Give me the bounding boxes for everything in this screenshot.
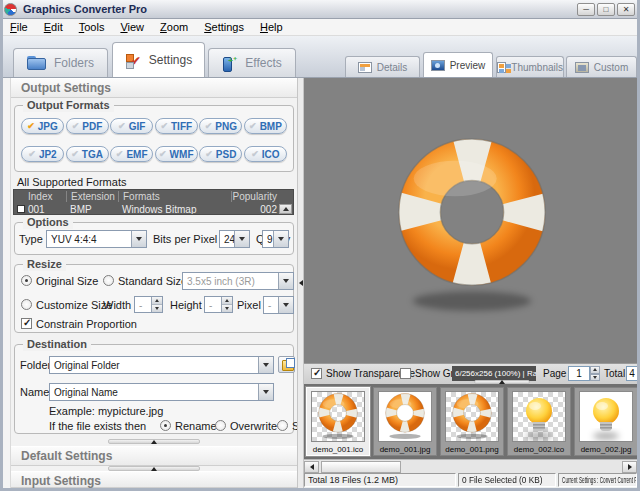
customize-size-radio[interactable] bbox=[21, 299, 32, 310]
scroll-right-button[interactable] bbox=[622, 461, 637, 473]
tab-preview[interactable]: Preview bbox=[423, 52, 493, 77]
tab-folders[interactable]: Folders bbox=[13, 48, 108, 77]
format-button-ico[interactable]: ✔ICO bbox=[244, 146, 287, 162]
rename-radio[interactable] bbox=[160, 420, 171, 431]
format-button-jpg[interactable]: ✔JPG bbox=[21, 118, 64, 134]
menu-file[interactable]: File bbox=[2, 19, 36, 35]
show-transparence-checkbox[interactable] bbox=[311, 368, 322, 379]
dropdown-arrow-icon[interactable] bbox=[258, 384, 273, 400]
table-scroll-up-button[interactable] bbox=[279, 204, 292, 214]
statusbar: Total 18 Files (1.2 MB) 0 File Selected … bbox=[304, 473, 637, 488]
spinner-arrows[interactable] bbox=[221, 297, 232, 312]
menu-tools[interactable]: Tools bbox=[71, 19, 113, 35]
format-button-jp2[interactable]: ✔JP2 bbox=[21, 146, 64, 162]
panel-splitter[interactable] bbox=[297, 78, 304, 488]
tab-custom[interactable]: Custom bbox=[566, 56, 637, 77]
name-dropdown[interactable]: Original Name bbox=[49, 383, 274, 401]
section-output-settings[interactable]: Output Settings bbox=[11, 78, 297, 98]
preview-canvas[interactable] bbox=[304, 78, 637, 364]
thumbnail-scrollbar[interactable] bbox=[304, 459, 637, 473]
dropdown-arrow-icon[interactable] bbox=[273, 231, 288, 247]
minimize-button[interactable]: ─ bbox=[577, 3, 595, 16]
original-size-radio[interactable] bbox=[21, 275, 32, 286]
constrain-proportion-label[interactable]: Constrain Proportion bbox=[36, 318, 137, 330]
row-checkbox[interactable] bbox=[17, 205, 25, 213]
collapse-arrow-icon bbox=[151, 440, 157, 444]
overwrite-label[interactable]: Overwrite bbox=[230, 420, 277, 432]
spinner-arrows[interactable] bbox=[151, 297, 162, 312]
preview-panel: Show Transparence Show Grid 6/256x256 (1… bbox=[304, 78, 637, 488]
tab-effects[interactable]: Effects bbox=[208, 48, 296, 77]
type-dropdown[interactable]: YUV 4:4:4 bbox=[46, 230, 147, 248]
section-input-settings[interactable]: Input Settings bbox=[11, 471, 297, 488]
menu-settings[interactable]: Settings bbox=[196, 19, 252, 35]
scrollbar-thumb[interactable] bbox=[321, 461, 401, 473]
options-group: Options Type YUV 4:4:4 Bits per Pixel 24… bbox=[14, 222, 294, 255]
scroll-left-button[interactable] bbox=[304, 461, 319, 473]
format-button-pdf[interactable]: ✔PDF bbox=[66, 118, 109, 134]
standard-size-label[interactable]: Standard Size bbox=[118, 275, 187, 287]
page-spinner[interactable] bbox=[590, 366, 600, 381]
menu-view[interactable]: View bbox=[112, 19, 152, 35]
maximize-button[interactable]: □ bbox=[597, 3, 615, 16]
titlebar[interactable]: Graphics Converter Pro ─ □ ✕ bbox=[0, 0, 640, 19]
constrain-proportion-checkbox[interactable] bbox=[21, 318, 32, 329]
check-icon: ✔ bbox=[249, 122, 257, 131]
dropdown-arrow-icon[interactable] bbox=[234, 231, 249, 247]
tab-thumbnails[interactable]: Thumbnails bbox=[496, 56, 564, 77]
section-default-settings[interactable]: Default Settings bbox=[11, 446, 297, 466]
file-exists-label: If the file exists then bbox=[49, 420, 146, 432]
bits-per-pixel-label: Bits per Pixel bbox=[153, 233, 217, 245]
format-button-png[interactable]: ✔PNG bbox=[199, 118, 242, 134]
overwrite-radio[interactable] bbox=[215, 420, 226, 431]
format-button-gif[interactable]: ✔GIF bbox=[110, 118, 153, 134]
standard-size-radio[interactable] bbox=[103, 275, 114, 286]
app-icon bbox=[4, 3, 17, 16]
thumbnail-demo-001-ico[interactable]: demo_001.ico bbox=[306, 387, 370, 456]
format-button-wmf[interactable]: ✔WMF bbox=[155, 146, 198, 162]
width-spinbox[interactable]: - bbox=[134, 296, 163, 313]
thumbnail-demo-002-ico[interactable]: demo_002.ico bbox=[507, 387, 571, 456]
all-formats-label: All Supported Formats bbox=[17, 176, 126, 188]
format-button-emf[interactable]: ✔EMF bbox=[110, 146, 153, 162]
collapse-arrow-icon bbox=[151, 467, 157, 471]
rename-label[interactable]: Rename bbox=[175, 420, 217, 432]
format-button-psd[interactable]: ✔PSD bbox=[199, 146, 242, 162]
dropdown-arrow-icon[interactable] bbox=[258, 357, 273, 373]
thumbnail-demo-002-jpg[interactable]: demo_002.jpg bbox=[574, 387, 637, 456]
thumbnail-image bbox=[445, 391, 499, 442]
skip-radio[interactable] bbox=[277, 420, 288, 431]
browse-folder-button[interactable] bbox=[278, 356, 295, 373]
customize-size-label[interactable]: Customize Size bbox=[36, 299, 112, 311]
thumbnail-demo-001-png[interactable]: demo_001.png bbox=[440, 387, 504, 456]
toolbar-tab-row: Folders ✔ Settings Effects Details Previ… bbox=[0, 36, 640, 78]
check-icon: ✔ bbox=[159, 150, 167, 159]
up-arrow-icon bbox=[283, 207, 289, 211]
format-button-tga[interactable]: ✔TGA bbox=[66, 146, 109, 162]
quality-dropdown[interactable]: 9 bbox=[262, 230, 289, 248]
original-size-label[interactable]: Original Size bbox=[36, 275, 98, 287]
collapse-handle[interactable] bbox=[108, 439, 200, 444]
page-input[interactable]: 1 bbox=[568, 366, 590, 381]
folder-label: Folder bbox=[20, 359, 51, 371]
thumbnail-demo-001-jpg[interactable]: demo_001.jpg bbox=[373, 387, 437, 456]
height-spinbox[interactable]: - bbox=[204, 296, 233, 313]
bits-per-pixel-dropdown[interactable]: 24 bbox=[219, 230, 250, 248]
dropdown-arrow-icon[interactable] bbox=[131, 231, 146, 247]
tab-details[interactable]: Details bbox=[345, 56, 420, 77]
standard-size-dropdown[interactable]: 3.5x5 inch (3R) bbox=[182, 272, 294, 290]
tab-settings[interactable]: ✔ Settings bbox=[112, 42, 205, 77]
dropdown-arrow-icon[interactable] bbox=[278, 273, 293, 289]
format-button-bmp[interactable]: ✔BMP bbox=[244, 118, 287, 134]
folder-dropdown[interactable]: Original Folder bbox=[49, 356, 274, 374]
pixel-dropdown[interactable]: - bbox=[263, 296, 294, 314]
menu-edit[interactable]: Edit bbox=[36, 19, 71, 35]
formats-table-row[interactable]: 001 BMP Windows Bitmap 002 bbox=[14, 203, 293, 215]
settings-panel: Output Settings Output Formats ✔JPG ✔PDF… bbox=[3, 78, 297, 488]
format-button-tiff[interactable]: ✔TIFF bbox=[155, 118, 198, 134]
close-button[interactable]: ✕ bbox=[617, 3, 635, 16]
show-grid-checkbox[interactable] bbox=[400, 368, 411, 379]
menu-help[interactable]: Help bbox=[252, 19, 291, 35]
menu-zoom[interactable]: Zoom bbox=[152, 19, 196, 35]
dropdown-arrow-icon[interactable] bbox=[278, 297, 293, 313]
